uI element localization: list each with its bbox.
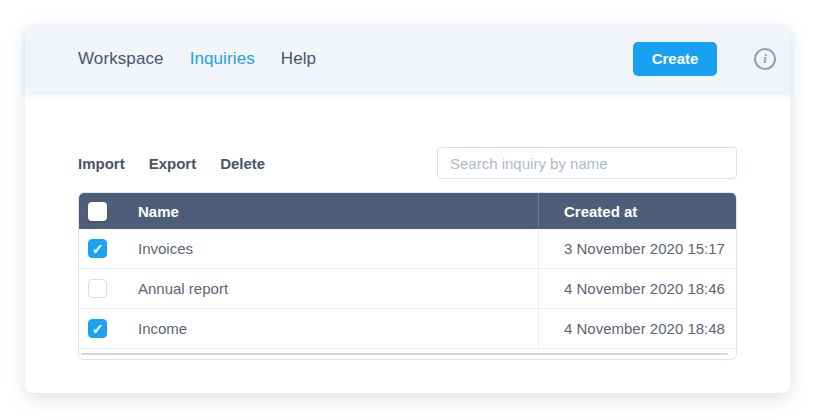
delete-button[interactable]: Delete: [220, 155, 265, 172]
header-check-cell: [79, 202, 138, 221]
header-created-column: Created at: [538, 193, 736, 229]
row-created-cell: 4 November 2020 18:46: [538, 269, 736, 308]
search-input[interactable]: [437, 147, 737, 179]
main-content: Import Export Delete Name Created at: [25, 92, 790, 360]
table-header-row: Name Created at: [79, 193, 736, 229]
toolbar-actions: Import Export Delete: [78, 155, 265, 172]
import-button[interactable]: Import: [78, 155, 125, 172]
row-name-cell: Invoices: [79, 229, 538, 268]
row-name-cell: Income: [79, 309, 538, 348]
column-header-name: Name: [138, 203, 179, 220]
row-checkbox[interactable]: [88, 279, 107, 298]
info-icon[interactable]: i: [754, 48, 776, 70]
row-created-at: 4 November 2020 18:48: [564, 320, 725, 337]
table-row[interactable]: Invoices 3 November 2020 15:17: [79, 229, 736, 269]
create-button[interactable]: Create: [633, 42, 717, 76]
select-all-checkbox[interactable]: [88, 202, 107, 221]
top-navbar: Workspace Inquiries Help Create i: [25, 25, 790, 92]
row-created-cell: 4 November 2020 18:48: [538, 309, 736, 348]
export-button[interactable]: Export: [149, 155, 197, 172]
table-footer-strip: [79, 349, 736, 359]
row-created-cell: 3 November 2020 15:17: [538, 229, 736, 268]
row-check-cell: [79, 279, 138, 298]
app-card: Workspace Inquiries Help Create i Import…: [25, 25, 790, 393]
row-check-cell: [79, 319, 138, 338]
row-check-cell: [79, 239, 138, 258]
inquiries-table: Name Created at Invoices 3 November 2020…: [78, 192, 737, 360]
nav-item-inquiries[interactable]: Inquiries: [190, 49, 255, 69]
row-created-at: 4 November 2020 18:46: [564, 280, 725, 297]
row-name: Income: [138, 320, 187, 337]
table-row[interactable]: Annual report 4 November 2020 18:46: [79, 269, 736, 309]
toolbar: Import Export Delete: [78, 147, 737, 179]
header-name-column: Name: [79, 193, 538, 229]
row-name-cell: Annual report: [79, 269, 538, 308]
row-name: Annual report: [138, 280, 228, 297]
row-checkbox[interactable]: [88, 239, 107, 258]
row-name: Invoices: [138, 240, 193, 257]
horizontal-scrollbar[interactable]: [81, 353, 728, 355]
row-checkbox[interactable]: [88, 319, 107, 338]
nav-item-workspace[interactable]: Workspace: [78, 49, 164, 69]
row-created-at: 3 November 2020 15:17: [564, 240, 725, 257]
table-row[interactable]: Income 4 November 2020 18:48: [79, 309, 736, 349]
column-header-created-at: Created at: [564, 203, 637, 220]
nav-item-help[interactable]: Help: [281, 49, 316, 69]
